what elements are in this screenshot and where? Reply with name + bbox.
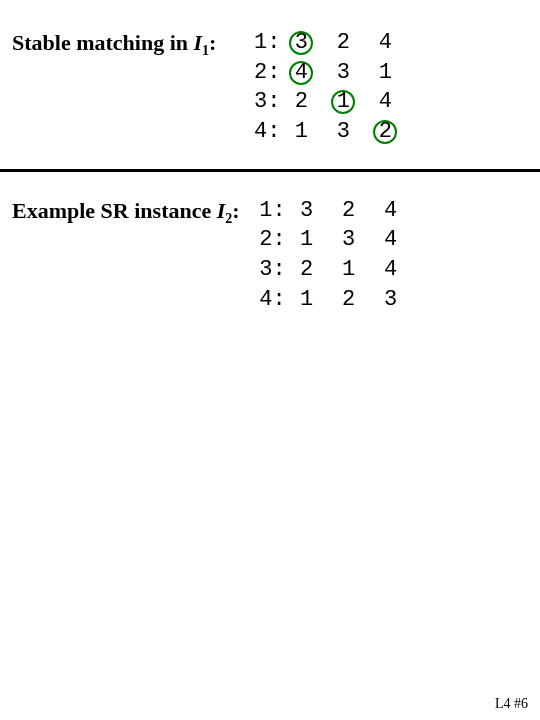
table-row: 3:214 (252, 255, 412, 285)
table-row: 1:324 (252, 196, 412, 226)
row-label: 4: (252, 285, 286, 315)
row-label: 1: (252, 196, 286, 226)
pref-value: 3 (322, 58, 364, 88)
row-label: 3: (252, 255, 286, 285)
pref-value: 4 (370, 255, 412, 285)
row-label: 1: (246, 28, 280, 58)
matched-value: 4 (280, 58, 322, 88)
pref-value: 1 (364, 58, 406, 88)
table-row: 4:132 (246, 117, 406, 147)
pref-value: 4 (364, 87, 406, 117)
top-section: Stable matching in I1: 1:3242:4313:2144:… (0, 0, 540, 147)
bottom-label-post: : (232, 198, 239, 223)
pref-value: 2 (286, 255, 328, 285)
pref-value: 3 (328, 225, 370, 255)
row-label: 2: (252, 225, 286, 255)
pref-value: 1 (280, 117, 322, 147)
bottom-section: Example SR instance I2: 1:3242:1343:2144… (0, 172, 540, 315)
pref-value: 1 (286, 225, 328, 255)
top-preference-table: 1:3242:4313:2144:132 (246, 28, 406, 147)
pref-value: 1 (286, 285, 328, 315)
matched-value: 1 (322, 87, 364, 117)
bottom-preference-table: 1:3242:1343:2144:123 (252, 196, 412, 315)
top-label-var: I (194, 30, 203, 55)
pref-value: 3 (286, 196, 328, 226)
pref-value: 1 (328, 255, 370, 285)
table-row: 3:214 (246, 87, 406, 117)
table-row: 4:123 (252, 285, 412, 315)
pref-value: 2 (280, 87, 322, 117)
pref-value: 3 (370, 285, 412, 315)
row-label: 2: (246, 58, 280, 88)
bottom-label-pre: Example SR instance (12, 198, 217, 223)
pref-value: 4 (370, 196, 412, 226)
bottom-label: Example SR instance I2: (12, 196, 240, 227)
table-row: 2:134 (252, 225, 412, 255)
table-row: 1:324 (246, 28, 406, 58)
pref-value: 4 (370, 225, 412, 255)
top-label-post: : (209, 30, 216, 55)
pref-value: 3 (322, 117, 364, 147)
matched-value: 3 (280, 28, 322, 58)
matched-value: 2 (364, 117, 406, 147)
pref-value: 2 (328, 196, 370, 226)
row-label: 4: (246, 117, 280, 147)
pref-value: 2 (328, 285, 370, 315)
top-label: Stable matching in I1: (12, 28, 216, 59)
pref-value: 4 (364, 28, 406, 58)
top-label-pre: Stable matching in (12, 30, 194, 55)
row-label: 3: (246, 87, 280, 117)
table-row: 2:431 (246, 58, 406, 88)
slide-footer: L4 #6 (495, 696, 528, 712)
pref-value: 2 (322, 28, 364, 58)
